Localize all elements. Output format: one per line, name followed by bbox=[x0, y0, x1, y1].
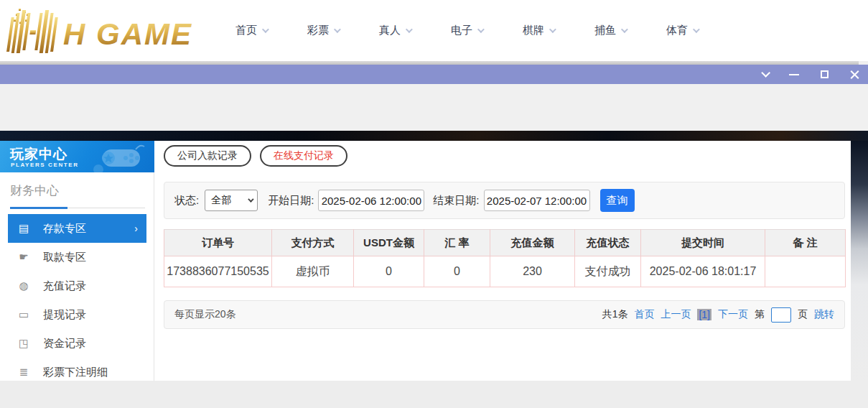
col-recharge-status: 充值状态 bbox=[575, 230, 641, 256]
close-icon[interactable] bbox=[848, 68, 861, 81]
page-jump-input[interactable] bbox=[771, 307, 791, 323]
cell-remark bbox=[765, 256, 846, 287]
tab-online-payment-record[interactable]: 在线支付记录 bbox=[260, 145, 347, 167]
nav-item-sports[interactable]: 体育 bbox=[666, 24, 698, 37]
pager: 共1条 首页 上一页 [1] 下一页 第 页 跳转 bbox=[602, 307, 834, 323]
sidebar-item-label: 存款专区 bbox=[43, 222, 86, 236]
first-page-link[interactable]: 首页 bbox=[634, 308, 654, 321]
nav-item-slots[interactable]: 电子 bbox=[451, 24, 482, 37]
section-underline bbox=[10, 208, 145, 208]
spacer-zone bbox=[0, 84, 868, 131]
col-pay-method: 支付方式 bbox=[272, 230, 354, 256]
col-remark: 备 注 bbox=[765, 230, 846, 256]
chevron-down-icon bbox=[549, 26, 556, 33]
status-select-value: 全部 bbox=[211, 194, 231, 207]
chevron-down-icon bbox=[621, 26, 628, 33]
window-title-bar bbox=[0, 65, 868, 84]
nav-item-fishing[interactable]: 捕鱼 bbox=[594, 24, 626, 37]
chevron-down-icon bbox=[248, 196, 253, 202]
footer-background bbox=[0, 381, 868, 408]
jump-button[interactable]: 跳转 bbox=[814, 308, 834, 321]
sidebar-item-label: 资金记录 bbox=[43, 337, 86, 351]
cell-recharge-amount: 230 bbox=[490, 256, 575, 287]
chevron-right-icon: › bbox=[134, 223, 138, 234]
chevron-down-icon[interactable] bbox=[757, 68, 770, 81]
start-date-input[interactable] bbox=[318, 190, 424, 211]
status-select[interactable]: 全部 bbox=[205, 190, 258, 211]
chevron-down-icon bbox=[693, 26, 700, 33]
current-page-indicator: [1] bbox=[697, 309, 711, 320]
cell-recharge-status: 支付成功 bbox=[575, 256, 641, 287]
banner-strip bbox=[0, 131, 868, 141]
sidebar-item-recharge-record[interactable]: ◍ 充值记录 bbox=[0, 272, 154, 300]
nav-label: 真人 bbox=[379, 24, 401, 37]
per-page-label: 每页显示20条 bbox=[174, 308, 236, 321]
sidebar-item-withdraw[interactable]: ☛ 取款专区 bbox=[0, 243, 154, 272]
player-center-header: 玩家中心 PLAYERS CENTER bbox=[0, 141, 154, 172]
content-area: 玩家中心 PLAYERS CENTER 财务中心 ▤ 存款专区 › ☛ 取款专区 bbox=[0, 141, 868, 381]
nav-item-cards[interactable]: 棋牌 bbox=[523, 24, 554, 37]
money-bag-icon: ◍ bbox=[17, 279, 30, 292]
sidebar-item-label: 取款专区 bbox=[43, 251, 86, 264]
sidebar-item-label: 彩票下注明细 bbox=[43, 366, 108, 379]
site-logo[interactable]: H GAME bbox=[4, 6, 205, 56]
nav-item-home[interactable]: 首页 bbox=[235, 24, 267, 37]
nav-label: 彩票 bbox=[307, 24, 329, 37]
nav-item-live[interactable]: 真人 bbox=[379, 24, 411, 37]
sidebar-item-label: 充值记录 bbox=[43, 279, 86, 293]
chevron-down-icon bbox=[406, 26, 413, 33]
sidebar-menu: ▤ 存款专区 › ☛ 取款专区 ◍ 充值记录 ▭ 提现记录 ◳ bbox=[0, 214, 154, 386]
cell-rate: 0 bbox=[424, 256, 490, 287]
nav-label: 棋牌 bbox=[523, 24, 544, 37]
background-image-strip bbox=[851, 141, 868, 381]
wallet-icon: ▭ bbox=[17, 308, 30, 321]
finance-section-label: 财务中心 bbox=[10, 182, 154, 199]
search-button[interactable]: 查询 bbox=[600, 189, 635, 212]
sidebar-item-funds-record[interactable]: ◳ 资金记录 bbox=[0, 329, 154, 358]
withdraw-hand-icon: ☛ bbox=[17, 251, 30, 264]
chevron-down-icon bbox=[334, 26, 341, 33]
prev-page-link[interactable]: 上一页 bbox=[661, 308, 691, 321]
chevron-down-icon bbox=[477, 26, 485, 33]
logo-graphic: H GAME bbox=[4, 6, 205, 56]
sidebar: 玩家中心 PLAYERS CENTER 财务中心 ▤ 存款专区 › ☛ 取款专区 bbox=[0, 141, 154, 381]
total-count: 共1条 bbox=[602, 308, 628, 321]
logo-text: H GAME bbox=[63, 17, 192, 51]
nav-item-lottery[interactable]: 彩票 bbox=[307, 24, 339, 37]
window-controls bbox=[757, 65, 861, 84]
status-label: 状态: bbox=[174, 194, 199, 208]
cell-usdt-amount: 0 bbox=[354, 256, 424, 287]
col-order-no: 订单号 bbox=[164, 230, 272, 256]
col-rate: 汇 率 bbox=[424, 230, 490, 256]
tab-company-deposit-record[interactable]: 公司入款记录 bbox=[164, 145, 251, 167]
nav-label: 首页 bbox=[235, 24, 257, 37]
minimize-icon[interactable] bbox=[788, 68, 801, 81]
player-center-subtitle: PLAYERS CENTER bbox=[11, 162, 79, 168]
table-header-row: 订单号 支付方式 USDT金额 汇 率 充值金额 充值状态 提交时间 备 注 bbox=[164, 230, 846, 256]
cell-pay-method: 虚拟币 bbox=[272, 256, 354, 287]
record-tabs: 公司入款记录 在线支付记录 bbox=[164, 145, 851, 167]
col-submit-time: 提交时间 bbox=[641, 230, 765, 256]
table-row: 1738836077150535 虚拟币 0 0 230 支付成功 2025-0… bbox=[164, 256, 846, 287]
end-date-input[interactable] bbox=[484, 190, 590, 211]
end-date-label: 结束日期: bbox=[433, 194, 479, 208]
finance-section: 财务中心 bbox=[0, 172, 154, 208]
sidebar-item-withdraw-record[interactable]: ▭ 提现记录 bbox=[0, 300, 154, 329]
deposit-card-icon: ▤ bbox=[17, 222, 30, 235]
maximize-icon[interactable] bbox=[818, 68, 831, 81]
jump-prefix-label: 第 bbox=[755, 308, 765, 321]
next-page-link[interactable]: 下一页 bbox=[718, 308, 748, 321]
col-usdt-amount: USDT金额 bbox=[354, 230, 424, 256]
nav-label: 电子 bbox=[451, 24, 472, 37]
chevron-down-icon bbox=[262, 26, 269, 33]
sidebar-item-label: 提现记录 bbox=[43, 308, 86, 322]
nav-label: 捕鱼 bbox=[594, 24, 616, 37]
main-panel: 公司入款记录 在线支付记录 状态: 全部 开始日期: 结束日期: 查询 bbox=[154, 141, 851, 381]
site-header: H GAME 首页 彩票 真人 电子 棋牌 捕鱼 体育 bbox=[0, 0, 868, 61]
start-date-label: 开始日期: bbox=[268, 194, 314, 208]
page: H GAME 首页 彩票 真人 电子 棋牌 捕鱼 体育 bbox=[0, 0, 868, 408]
col-recharge-amount: 充值金额 bbox=[490, 230, 575, 256]
jump-suffix-label: 页 bbox=[798, 308, 808, 321]
sidebar-item-deposit[interactable]: ▤ 存款专区 › bbox=[8, 214, 146, 243]
nav-label: 体育 bbox=[666, 24, 688, 37]
